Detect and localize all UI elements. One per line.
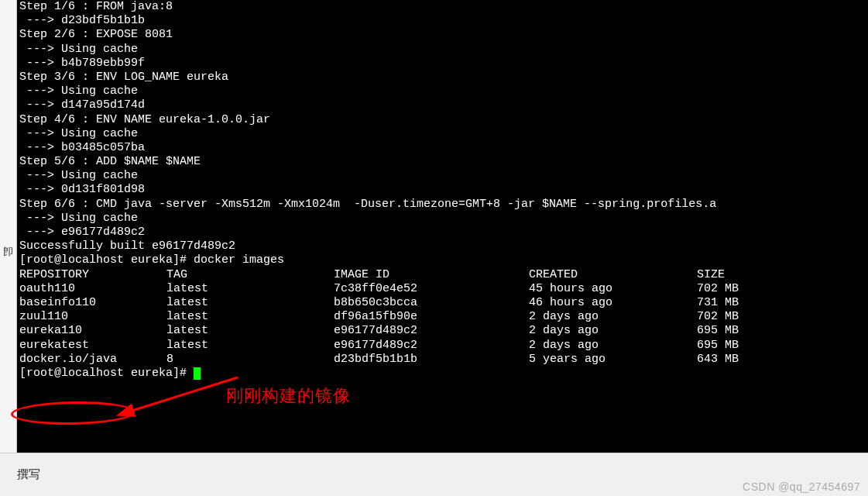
terminal-line: [root@localhost eureka]# docker images bbox=[19, 253, 866, 267]
terminal-line: ---> d23bdf5b1b1b bbox=[19, 14, 866, 28]
watermark: CSDN @qq_27454697 bbox=[743, 480, 860, 493]
terminal-line: ---> b03485c057ba bbox=[19, 141, 866, 155]
terminal-line: Step 5/6 : ADD $NAME $NAME bbox=[19, 155, 866, 169]
gutter-char: 卽 bbox=[3, 245, 13, 259]
terminal-line: ---> d147a95d174d bbox=[19, 98, 866, 112]
terminal-line: ---> 0d131f801d98 bbox=[19, 183, 866, 197]
terminal-line: ---> Using cache bbox=[19, 43, 866, 57]
terminal-line: Step 2/6 : EXPOSE 8081 bbox=[19, 28, 866, 42]
terminal-line: ---> Using cache bbox=[19, 127, 866, 141]
terminal-line: ---> Using cache bbox=[19, 169, 866, 183]
compose-button[interactable]: 撰写 bbox=[17, 467, 40, 482]
terminal-line: Step 4/6 : ENV NAME eureka-1.0.0.jar bbox=[19, 113, 866, 127]
cursor-icon bbox=[194, 367, 201, 380]
terminal-line: Successfully built e96177d489c2 bbox=[19, 239, 866, 253]
terminal-prompt[interactable]: [root@localhost eureka]# bbox=[19, 367, 866, 381]
table-row: baseinfo110latestb8b650c3bcca46 hours ag… bbox=[19, 296, 866, 310]
terminal-line: ---> e96177d489c2 bbox=[19, 226, 866, 239]
terminal-line: ---> b4b789ebb99f bbox=[19, 57, 866, 71]
table-row: zuul110latestdf96a15fb90e2 days ago702 M… bbox=[19, 310, 866, 324]
images-header: REPOSITORYTAGIMAGE IDCREATEDSIZE bbox=[19, 268, 866, 282]
table-row: oauth110latest7c38ff0e4e5245 hours ago70… bbox=[19, 282, 866, 296]
terminal-line: Step 6/6 : CMD java -server -Xms512m -Xm… bbox=[19, 198, 866, 212]
terminal-line: ---> Using cache bbox=[19, 84, 866, 98]
terminal-output[interactable]: Step 1/6 : FROM java:8 ---> d23bdf5b1b1b… bbox=[17, 0, 868, 453]
bottom-strip: 撰写 bbox=[0, 453, 868, 496]
table-row: eureka110lateste96177d489c22 days ago695… bbox=[19, 324, 866, 338]
terminal-line: Step 1/6 : FROM java:8 bbox=[19, 0, 866, 14]
left-gutter: 卽 bbox=[0, 0, 17, 453]
terminal-line: ---> Using cache bbox=[19, 212, 866, 226]
table-row: eurekatestlateste96177d489c22 days ago69… bbox=[19, 339, 866, 353]
terminal-line: Step 3/6 : ENV LOG_NAME eureka bbox=[19, 71, 866, 84]
table-row: docker.io/java8d23bdf5b1b1b5 years ago64… bbox=[19, 353, 866, 367]
